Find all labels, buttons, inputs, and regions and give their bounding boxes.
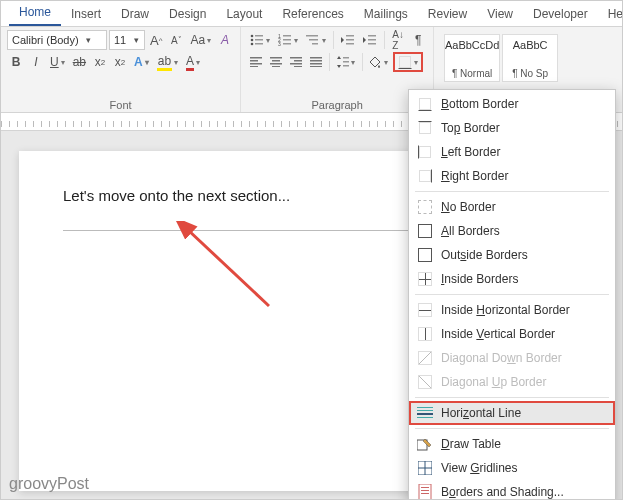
paragraph-group: ▾ 123▾ ▾ A↓Z ¶ ▾ ▾ ▾ Par: [241, 27, 434, 112]
draw-icon: [417, 436, 433, 452]
subscript-button[interactable]: x2: [91, 52, 109, 72]
align-left-button[interactable]: [247, 52, 265, 72]
increase-indent-button[interactable]: [360, 30, 380, 50]
du-icon: [417, 374, 433, 390]
font-name-combo[interactable]: Calibri (Body) ▾: [7, 30, 107, 50]
border-menu-dialog[interactable]: Borders and Shading...: [409, 480, 615, 500]
style-0[interactable]: AaBbCcDd¶ Normal: [444, 34, 500, 82]
align-center-button[interactable]: [267, 52, 285, 72]
svg-rect-1: [255, 35, 263, 37]
ribbon-tab-references[interactable]: References: [272, 3, 353, 26]
borders-button[interactable]: ▾: [393, 52, 423, 72]
svg-rect-11: [283, 43, 291, 45]
ribbon-tab-mailings[interactable]: Mailings: [354, 3, 418, 26]
numbering-button[interactable]: 123▾: [275, 30, 301, 50]
svg-rect-35: [310, 63, 322, 65]
align-right-button[interactable]: [287, 52, 305, 72]
text-effects-button[interactable]: A▾: [131, 52, 152, 72]
svg-rect-34: [310, 60, 322, 62]
italic-button[interactable]: I: [27, 52, 45, 72]
svg-rect-23: [250, 63, 262, 65]
superscript-button[interactable]: x2: [111, 52, 129, 72]
ribbon-tab-insert[interactable]: Insert: [61, 3, 111, 26]
ribbon-tab-review[interactable]: Review: [418, 3, 477, 26]
border-menu-right[interactable]: Right Border: [409, 164, 615, 188]
svg-rect-38: [343, 61, 349, 63]
border-menu-all[interactable]: All Borders: [409, 219, 615, 243]
decrease-indent-button[interactable]: [338, 30, 358, 50]
strikethrough-button[interactable]: ab: [70, 52, 89, 72]
menu-separator: [415, 397, 609, 398]
border-menu-none[interactable]: No Border: [409, 195, 615, 219]
border-menu-outside[interactable]: Outside Borders: [409, 243, 615, 267]
svg-rect-26: [272, 60, 280, 62]
svg-rect-33: [310, 57, 322, 59]
shading-button[interactable]: ▾: [367, 52, 391, 72]
justify-button[interactable]: [307, 52, 325, 72]
grow-font-button[interactable]: A^: [147, 30, 165, 50]
svg-line-40: [187, 229, 269, 306]
svg-rect-18: [368, 35, 376, 37]
font-size-combo[interactable]: 11 ▾: [109, 30, 145, 50]
menu-item-label: Borders and Shading...: [441, 485, 564, 499]
ribbon-tab-design[interactable]: Design: [159, 3, 216, 26]
svg-rect-24: [250, 66, 258, 67]
shrink-font-button[interactable]: A˅: [167, 30, 185, 50]
border-menu-left[interactable]: Left Border: [409, 140, 615, 164]
highlight-button[interactable]: ab▾: [154, 52, 181, 72]
style-1[interactable]: AaBbC¶ No Sp: [502, 34, 558, 82]
ribbon-tab-view[interactable]: View: [477, 3, 523, 26]
menu-item-label: Diagonal Down Border: [441, 351, 562, 365]
borders-dropdown-menu: Bottom BorderTop BorderLeft BorderRight …: [408, 89, 616, 500]
show-marks-button[interactable]: ¶: [409, 30, 427, 50]
border-menu-draw[interactable]: Draw Table: [409, 432, 615, 456]
ribbon-tab-draw[interactable]: Draw: [111, 3, 159, 26]
svg-rect-43: [417, 413, 433, 415]
svg-point-0: [251, 35, 254, 38]
border-menu-top[interactable]: Top Border: [409, 116, 615, 140]
svg-rect-41: [417, 407, 433, 408]
menu-item-label: Draw Table: [441, 437, 501, 451]
multilevel-list-button[interactable]: ▾: [303, 30, 329, 50]
bottom-icon: [417, 96, 433, 112]
svg-rect-32: [294, 66, 302, 67]
ribbon-tab-layout[interactable]: Layout: [216, 3, 272, 26]
border-menu-bottom[interactable]: Bottom Border: [409, 92, 615, 116]
svg-rect-16: [346, 39, 354, 41]
line-spacing-button[interactable]: ▾: [334, 52, 358, 72]
change-case-button[interactable]: Aa▾: [187, 30, 214, 50]
svg-rect-15: [346, 35, 354, 37]
bold-button[interactable]: B: [7, 52, 25, 72]
menu-item-label: All Borders: [441, 224, 500, 238]
svg-rect-31: [290, 63, 302, 65]
underline-button[interactable]: U▾: [47, 52, 68, 72]
bullets-button[interactable]: ▾: [247, 30, 273, 50]
border-menu-hline[interactable]: Horizontal Line: [409, 401, 615, 425]
ribbon-tab-help[interactable]: Help: [598, 3, 623, 26]
border-menu-grid[interactable]: View Gridlines: [409, 456, 615, 480]
ribbon-tab-home[interactable]: Home: [9, 1, 61, 26]
top-icon: [417, 120, 433, 136]
font-size-value: 11: [110, 34, 130, 46]
ribbon-tab-developer[interactable]: Developer: [523, 3, 598, 26]
menu-item-label: No Border: [441, 200, 496, 214]
ih-icon: [417, 302, 433, 318]
svg-rect-25: [270, 57, 282, 59]
svg-rect-51: [421, 490, 429, 491]
inside-icon: [417, 271, 433, 287]
dialog-icon: [417, 484, 433, 500]
border-menu-ih[interactable]: Inside Horizontal Border: [409, 298, 615, 322]
border-icon: [398, 55, 412, 69]
border-menu-iv[interactable]: Inside Vertical Border: [409, 322, 615, 346]
font-color-button[interactable]: A▾: [183, 52, 203, 72]
right-icon: [417, 168, 433, 184]
menu-item-label: Outside Borders: [441, 248, 528, 262]
font-group-label: Font: [7, 97, 234, 111]
svg-rect-39: [343, 65, 349, 67]
border-menu-inside[interactable]: Inside Borders: [409, 267, 615, 291]
menu-item-label: View Gridlines: [441, 461, 518, 475]
clear-formatting-button[interactable]: A: [216, 30, 234, 50]
sort-button[interactable]: A↓Z: [389, 30, 407, 50]
menu-item-label: Inside Horizontal Border: [441, 303, 570, 317]
watermark: groovyPost: [9, 475, 89, 493]
